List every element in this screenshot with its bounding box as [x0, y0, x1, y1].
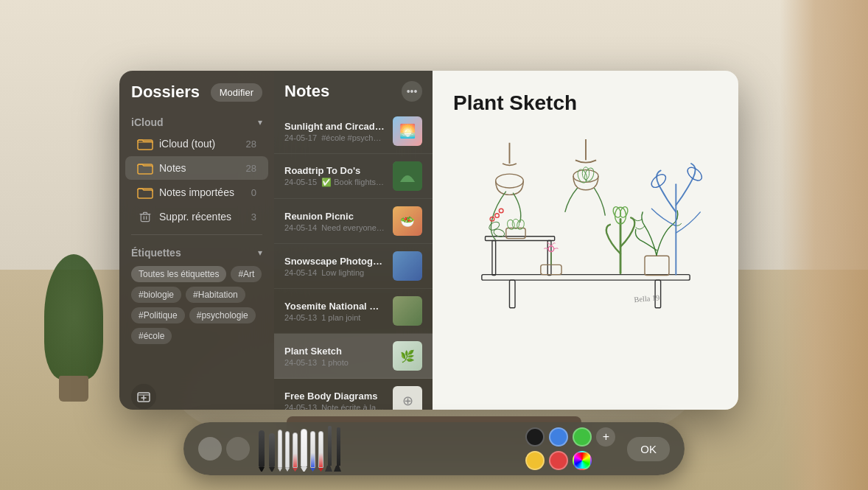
folder-name-suppr: Suppr. récentes — [159, 211, 251, 223]
bg-curtain — [780, 0, 868, 490]
note-title: Sunlight and Circadian Rhyt... — [284, 121, 385, 132]
sidebar-title: Dossiers — [131, 83, 200, 102]
tag-ecole[interactable]: #école — [131, 328, 172, 344]
color-yellow[interactable] — [525, 451, 545, 470]
etiquettes-section: Étiquettes ▾ Toutes les étiquettes #Art … — [119, 241, 274, 347]
icloud-section-header[interactable]: iCloud ▾ — [119, 111, 274, 131]
trash-icon — [137, 210, 153, 223]
note-detail-panel: Plant Sketch — [433, 71, 738, 410]
icloud-label: iCloud — [131, 116, 164, 128]
new-folder-button[interactable] — [131, 384, 156, 409]
pen-tools-row — [259, 426, 514, 472]
pen-ink-black-tool[interactable] — [335, 427, 341, 472]
svg-point-15 — [495, 174, 523, 188]
tag-toutes[interactable]: Toutes les étiquettes — [131, 266, 226, 282]
notes-scroll[interactable]: Sunlight and Circadian Rhyt... 24-05-17 … — [274, 109, 433, 410]
pen-white-2-tool[interactable] — [285, 431, 290, 472]
note-text: Yosemite National Park 24-05-13 1 plan j… — [284, 301, 385, 322]
note-meta: 24-05-13 Note écrite à la main — [284, 403, 385, 410]
note-text: Snowscape Photography 24-05-14 Low light… — [284, 256, 385, 277]
tag-habitation[interactable]: #Habitation — [186, 287, 245, 303]
tool-handle-1[interactable] — [198, 437, 222, 461]
note-detail-title: Plant Sketch — [453, 91, 718, 115]
icloud-chevron-icon: ▾ — [258, 117, 262, 127]
color-red[interactable] — [549, 451, 568, 470]
svg-rect-10 — [509, 280, 515, 308]
folder-count-icloud-all: 28 — [246, 139, 256, 150]
new-folder-icon — [137, 390, 150, 403]
plant-sketch-svg: Bella 19 — [468, 127, 704, 318]
sidebar-item-notes-importees[interactable]: Notes importées 0 — [125, 181, 268, 204]
note-meta: 24-05-17 #école #psychologie #b... — [284, 133, 385, 142]
svg-point-30 — [512, 219, 519, 228]
list-item[interactable]: Snowscape Photography 24-05-14 Low light… — [274, 244, 433, 289]
note-title: Snowscape Photography — [284, 256, 385, 267]
folder-count-suppr: 3 — [251, 211, 256, 223]
tool-handle-2[interactable] — [226, 437, 250, 461]
notes-more-button[interactable]: ••• — [402, 81, 422, 102]
divider — [131, 234, 262, 235]
color-row-2 — [525, 451, 615, 470]
note-text: Free Body Diagrams 24-05-13 Note écrite … — [284, 391, 385, 410]
list-item-plant-sketch[interactable]: Plant Sketch 24-05-13 1 photo 🌿 — [274, 334, 433, 379]
note-thumbnail — [393, 251, 422, 281]
list-item[interactable]: Free Body Diagrams 24-05-13 Note écrite … — [274, 379, 433, 410]
pen-red-tool[interactable] — [318, 431, 323, 472]
marker-dark-tool[interactable] — [259, 430, 265, 472]
drawing-toolbar: + OK — [183, 422, 685, 475]
note-detail-content: Plant Sketch — [433, 71, 738, 410]
note-title: Plant Sketch — [284, 346, 385, 357]
note-thumbnail: 🌅 — [393, 116, 422, 146]
note-thumbnail: ⊕ — [393, 386, 422, 410]
tag-biologie[interactable]: #biologie — [131, 287, 181, 303]
marker-black-tool[interactable] — [269, 433, 275, 472]
pen-red-tip-tool[interactable] — [293, 433, 298, 472]
modifier-button[interactable]: Modifier — [211, 83, 262, 102]
list-item[interactable]: Sunlight and Circadian Rhyt... 24-05-17 … — [274, 109, 433, 154]
svg-rect-32 — [645, 256, 669, 275]
color-row-1: + — [525, 427, 615, 447]
list-item[interactable]: Reunion Picnic 24-05-14 Need everyone's … — [274, 199, 433, 244]
folder-icon — [137, 137, 153, 150]
note-title: Roadtrip To Do's — [284, 165, 385, 176]
tag-grid: Toutes les étiquettes #Art #biologie #Ha… — [131, 266, 262, 344]
svg-text:Bella 19: Bella 19 — [634, 293, 660, 304]
sidebar-item-notes[interactable]: Notes 28 — [125, 156, 268, 180]
sidebar-header: Dossiers Modifier — [119, 83, 274, 111]
sidebar-item-suppr[interactable]: Suppr. récentes 3 — [125, 205, 268, 228]
etiquettes-label: Étiquettes — [131, 247, 181, 259]
note-thumbnail — [393, 296, 422, 326]
note-text: Reunion Picnic 24-05-14 Need everyone's … — [284, 211, 385, 232]
note-title: Free Body Diagrams — [284, 391, 385, 402]
pen-ink-tool[interactable] — [326, 426, 332, 472]
sidebar: Dossiers Modifier iCloud ▾ iCloud (tout)… — [119, 71, 274, 410]
bg-plant — [44, 254, 103, 402]
list-item[interactable]: Roadtrip To Do's 24-05-15 ✅ Book flights… — [274, 154, 433, 199]
tag-art[interactable]: #Art — [231, 266, 262, 282]
svg-point-18 — [494, 214, 499, 218]
notes-list-panel: Notes ••• Sunlight and Circadian Rhyt...… — [274, 71, 433, 410]
etiquettes-header[interactable]: Étiquettes ▾ — [131, 247, 262, 259]
note-title: Reunion Picnic — [284, 211, 385, 222]
note-text: Plant Sketch 24-05-13 1 photo — [284, 346, 385, 367]
note-thumbnail: 🥗 — [393, 206, 422, 236]
folder-count-importees: 0 — [251, 187, 256, 198]
pen-blue-tool[interactable] — [310, 431, 315, 472]
color-blue[interactable] — [549, 427, 568, 447]
ok-button[interactable]: OK — [627, 437, 670, 461]
notes-list-header: Notes ••• — [274, 71, 433, 109]
marker-white-tool[interactable] — [301, 429, 307, 472]
add-color-button[interactable]: + — [596, 427, 615, 447]
color-wheel[interactable] — [573, 451, 592, 470]
note-thumbnail: 🌿 — [393, 341, 422, 371]
sidebar-item-icloud-all[interactable]: iCloud (tout) 28 — [125, 132, 268, 155]
plant-sketch-illustration: Bella 19 — [453, 127, 718, 318]
color-green[interactable] — [573, 427, 592, 447]
tag-politique[interactable]: #Politique — [131, 307, 185, 323]
list-item[interactable]: Yosemite National Park 24-05-13 1 plan j… — [274, 289, 433, 334]
svg-point-33 — [648, 172, 668, 190]
note-thumbnail — [393, 161, 422, 191]
tag-psychologie[interactable]: #psychologie — [189, 307, 256, 323]
color-black[interactable] — [525, 427, 545, 447]
pen-white-tool[interactable] — [278, 430, 282, 472]
